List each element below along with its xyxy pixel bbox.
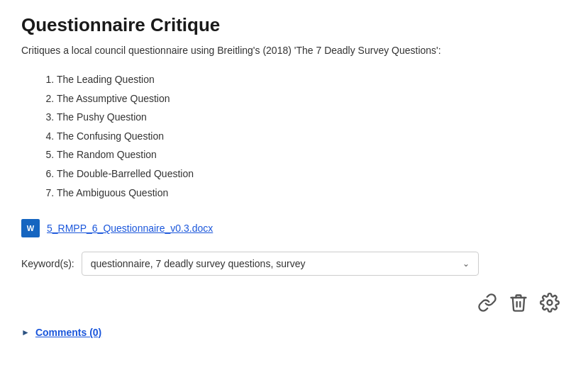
file-link[interactable]: 5_RMPP_6_Questionnaire_v0.3.docx <box>47 223 213 234</box>
gear-icon[interactable] <box>540 293 560 313</box>
chevron-down-icon: ⌄ <box>462 259 470 269</box>
list-item: The Assumptive Question <box>57 89 567 108</box>
link-icon[interactable] <box>477 293 497 313</box>
list-item: The Confusing Question <box>57 127 567 146</box>
keyword-section: Keyword(s): questionnaire, 7 deadly surv… <box>21 252 567 276</box>
page-title: Questionnaire Critique <box>21 14 567 36</box>
list-item: The Ambiguous Question <box>57 184 567 203</box>
comments-section[interactable]: ► Comments (0) <box>21 327 567 338</box>
actions-row <box>21 293 567 313</box>
trash-icon[interactable] <box>509 293 528 313</box>
keyword-value: questionnaire, 7 deadly survey questions… <box>91 258 306 269</box>
keyword-dropdown[interactable]: questionnaire, 7 deadly survey questions… <box>82 252 479 276</box>
description-text: Critiques a local council questionnaire … <box>21 45 567 56</box>
keyword-label: Keyword(s): <box>21 258 74 269</box>
questions-list: The Leading Question The Assumptive Ques… <box>21 70 567 202</box>
word-icon: W <box>21 219 40 237</box>
svg-point-0 <box>548 301 553 305</box>
expand-icon: ► <box>21 327 30 337</box>
list-item: The Random Question <box>57 145 567 164</box>
comments-link[interactable]: Comments (0) <box>35 327 101 338</box>
list-item: The Leading Question <box>57 70 567 89</box>
list-item: The Pushy Question <box>57 108 567 127</box>
file-section: W 5_RMPP_6_Questionnaire_v0.3.docx <box>21 219 567 237</box>
list-item: The Double-Barrelled Question <box>57 164 567 184</box>
